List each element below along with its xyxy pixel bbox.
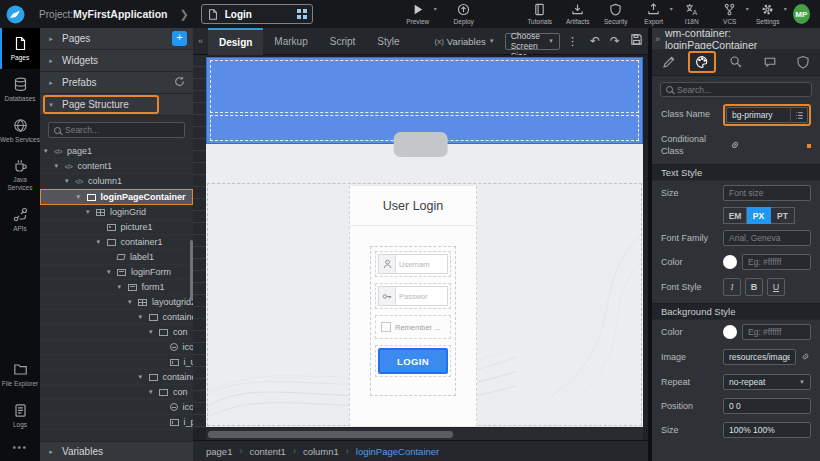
tree-search-input[interactable] <box>65 125 179 135</box>
login-page-container-selected[interactable] <box>206 57 643 144</box>
section-variables[interactable]: ▸ Variables <box>40 441 193 461</box>
section-pages[interactable]: ▸ Pages + <box>40 28 193 50</box>
chevron-down-icon[interactable] <box>97 238 107 246</box>
chevron-down-icon[interactable] <box>149 328 159 336</box>
screen-size-select[interactable]: -- Choose Screen Size -- ▼ <box>505 33 560 50</box>
password-input[interactable] <box>396 286 448 306</box>
username-row[interactable] <box>375 251 451 277</box>
tree-item-loginGrid[interactable]: loginGrid <box>40 205 193 220</box>
vcs-button[interactable]: VCS ▾ <box>711 0 749 28</box>
chevron-down-icon[interactable] <box>65 177 75 185</box>
variables-button[interactable]: (x) Variables ▼ <box>435 36 495 47</box>
redo-icon[interactable]: ↷ <box>610 35 620 47</box>
font-family-input[interactable] <box>723 230 811 246</box>
remember-checkbox[interactable] <box>381 322 391 332</box>
tree-item-icon[interactable]: ico <box>40 400 193 415</box>
unit-em-button[interactable]: EM <box>723 207 747 224</box>
chevron-down-icon[interactable]: ▾ <box>784 5 787 12</box>
chevron-down-icon[interactable] <box>118 283 128 291</box>
tab-comments[interactable] <box>753 49 787 76</box>
more-options-icon[interactable]: ••• <box>0 436 40 461</box>
chevron-down-icon[interactable] <box>44 147 54 155</box>
picture1-placeholder[interactable] <box>393 132 447 157</box>
design-canvas-page[interactable]: User Login Remember ... <box>206 57 643 427</box>
chevron-down-icon[interactable] <box>139 373 149 381</box>
add-page-button[interactable]: + <box>172 31 187 46</box>
tab-events[interactable] <box>719 49 753 76</box>
tree-item-icon[interactable]: ico <box>40 340 193 355</box>
chevron-down-icon[interactable] <box>139 313 149 321</box>
tree-item-form1[interactable]: form1 <box>40 280 193 295</box>
breadcrumb-content1[interactable]: content1 <box>249 446 285 457</box>
text-color-input[interactable] <box>742 254 811 270</box>
chevron-down-icon[interactable]: ▾ <box>434 5 437 12</box>
avatar[interactable]: MP <box>793 4 810 24</box>
background-image-input[interactable] <box>723 349 796 365</box>
tab-properties[interactable] <box>652 49 686 76</box>
security-button[interactable]: Security <box>597 0 635 28</box>
tab-security[interactable] <box>786 49 820 76</box>
login-form[interactable]: Remember ... LOGIN <box>370 246 456 396</box>
breadcrumb-loginPageContainer[interactable]: loginPageContainer <box>356 446 439 457</box>
settings-button[interactable]: Settings ▾ <box>749 0 787 28</box>
section-prefabs[interactable]: ▸ Prefabs <box>40 72 193 94</box>
chevron-down-icon[interactable] <box>149 388 159 396</box>
rail-item-file-explorer[interactable]: File Explorer <box>0 354 40 395</box>
expand-panel-icon[interactable]: » <box>655 34 660 44</box>
export-button[interactable]: Export ▾ <box>635 0 673 28</box>
login-panel[interactable]: User Login Remember ... <box>349 186 477 426</box>
tree-search[interactable] <box>48 122 185 138</box>
section-page-structure[interactable]: ▾ Page Structure <box>40 94 193 116</box>
tree-item-container1[interactable]: container1 <box>40 235 193 250</box>
tree-item-loginForm[interactable]: loginForm <box>40 265 193 280</box>
password-row[interactable] <box>375 283 451 309</box>
preview-button[interactable]: Preview ▾ <box>399 0 437 28</box>
chevron-down-icon[interactable] <box>77 193 87 201</box>
scrollbar-thumb[interactable] <box>208 431 453 438</box>
section-widgets[interactable]: ▸ Widgets <box>40 50 193 72</box>
properties-search[interactable] <box>660 82 812 97</box>
refresh-icon[interactable] <box>174 76 185 89</box>
italic-button[interactable]: I <box>723 278 741 296</box>
tree-item-content1[interactable]: content1 <box>40 159 193 174</box>
tree-item-input-username[interactable]: i_us <box>40 355 193 370</box>
tree-item-layoutgrid2[interactable]: layoutgrid2 <box>40 295 193 310</box>
tree-item-picture1[interactable]: picture1 <box>40 220 193 235</box>
properties-search-input[interactable] <box>677 85 806 95</box>
page-tab-login[interactable]: Login <box>201 4 313 24</box>
tree-item-container[interactable]: con <box>40 385 193 400</box>
background-position-input[interactable] <box>723 398 811 414</box>
tab-style[interactable]: Style <box>366 28 410 55</box>
tab-design[interactable]: Design <box>208 28 263 55</box>
font-size-input[interactable] <box>723 185 811 201</box>
unit-pt-button[interactable]: PT <box>771 207 795 224</box>
chevron-down-icon[interactable] <box>86 208 96 216</box>
bind-icon[interactable] <box>729 137 741 155</box>
tree-item-input-password[interactable]: i_pa <box>40 415 193 430</box>
repeat-select[interactable]: no-repeat ▼ <box>723 374 811 390</box>
chevron-down-icon[interactable] <box>55 162 65 170</box>
undo-icon[interactable]: ↶ <box>590 35 600 47</box>
color-swatch[interactable] <box>723 325 737 339</box>
rail-item-apis[interactable]: APIs <box>0 199 40 240</box>
bold-button[interactable]: B <box>745 278 763 296</box>
collapse-left-panel-icon[interactable]: « <box>198 36 203 46</box>
save-icon[interactable] <box>630 32 643 50</box>
rail-item-web-services[interactable]: Web Services <box>0 110 40 151</box>
tree-item-page1[interactable]: page1 <box>40 144 193 159</box>
more-menu-icon[interactable]: ⋮ <box>567 35 578 48</box>
horizontal-scrollbar[interactable] <box>206 428 643 440</box>
color-swatch[interactable] <box>723 255 737 269</box>
tree-item-column1[interactable]: column1 <box>40 174 193 189</box>
tree-item-label1[interactable]: label1 <box>40 250 193 265</box>
rail-item-java-services[interactable]: Java Services <box>0 150 40 199</box>
underline-button[interactable]: U <box>767 278 785 296</box>
tree-item-container[interactable]: container <box>40 370 193 385</box>
remember-me-row[interactable]: Remember ... <box>375 315 451 339</box>
tab-styles[interactable] <box>686 49 720 76</box>
tab-script[interactable]: Script <box>319 28 367 55</box>
breadcrumb-page1[interactable]: page1 <box>206 446 232 457</box>
tree-item-container[interactable]: container <box>40 310 193 325</box>
chevron-down-icon[interactable] <box>107 268 117 276</box>
deploy-button[interactable]: Deploy <box>445 0 483 28</box>
